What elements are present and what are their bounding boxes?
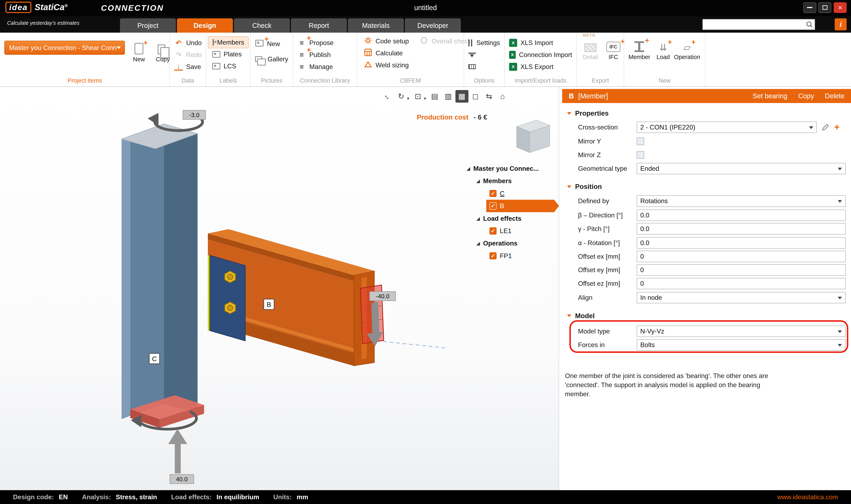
- offset-ey-input[interactable]: 0: [637, 264, 846, 276]
- cross-section-select[interactable]: 2 - CON1 (IPE220): [637, 122, 817, 133]
- gamma-pitch-input[interactable]: 0.0: [637, 223, 846, 234]
- section-model[interactable]: Model: [567, 311, 595, 321]
- weld-sizing-button[interactable]: Weld sizing: [359, 59, 413, 71]
- detail-export-button[interactable]: BETA Detail: [580, 34, 601, 77]
- checkbox-checked[interactable]: ✓: [489, 190, 496, 197]
- ruler-option-button[interactable]: [464, 61, 504, 73]
- connection-selector[interactable]: Master you Connection - Shear Conn: [4, 41, 125, 55]
- 3d-scene[interactable]: 40.0: [0, 87, 559, 490]
- tab-report[interactable]: Report: [291, 18, 347, 32]
- fin-plate[interactable]: [209, 255, 245, 341]
- search-icon[interactable]: [804, 21, 815, 28]
- tab-check[interactable]: Check: [234, 18, 290, 32]
- viewport-canvas[interactable]: 40.0: [0, 87, 559, 490]
- svg-text:C: C: [152, 355, 157, 362]
- calculate-button[interactable]: Calculate: [359, 47, 413, 59]
- zoom-fit-button[interactable]: ↔: [381, 90, 394, 103]
- plus-badge: +: [144, 39, 148, 46]
- xls-export-button[interactable]: XXLS Export: [505, 61, 577, 73]
- force-arrow-up[interactable]: [168, 429, 187, 473]
- tree-item-c[interactable]: ✓ C: [465, 187, 560, 200]
- beta-direction-input[interactable]: 0.0: [637, 210, 846, 221]
- minimize-button[interactable]: [803, 2, 816, 13]
- checkbox-checked[interactable]: ✓: [489, 202, 496, 209]
- website-link[interactable]: www.ideastatica.com: [777, 493, 838, 501]
- add-cross-section-icon[interactable]: +: [834, 123, 839, 132]
- manage-button[interactable]: ≡Manage: [293, 61, 357, 73]
- tree-group-load-effects[interactable]: ◢ Load effects: [465, 212, 560, 224]
- forces-in-select[interactable]: Bolts: [637, 339, 846, 350]
- info-button[interactable]: i: [835, 18, 847, 30]
- view-hidden-lines-button[interactable]: ▥: [442, 90, 455, 103]
- propose-button[interactable]: ≡+Propose: [293, 37, 357, 49]
- maximize-button[interactable]: [818, 2, 831, 13]
- alpha-rotation-input[interactable]: 0.0: [637, 237, 846, 249]
- offset-ez-input[interactable]: 0: [637, 278, 846, 289]
- tree-group-members[interactable]: ◢ Members: [465, 175, 560, 187]
- redo-button[interactable]: ↷Redo: [170, 49, 206, 61]
- new-load-button[interactable]: ⇊+ Load: [652, 34, 674, 77]
- nav-cube[interactable]: [517, 120, 550, 152]
- checkbox-checked[interactable]: ✓: [489, 252, 496, 259]
- connection-import-button[interactable]: XConnection Import: [505, 49, 577, 61]
- xls-import-button[interactable]: XXLS Import: [505, 37, 577, 49]
- mirror-z-checkbox[interactable]: [637, 151, 644, 159]
- plates-labels-toggle[interactable]: Plates: [208, 48, 249, 60]
- delete-member-button[interactable]: Delete: [825, 92, 845, 100]
- chevron-down-icon[interactable]: ▾: [407, 96, 410, 101]
- window-controls: ×: [803, 2, 847, 13]
- align-select[interactable]: In node: [637, 292, 846, 303]
- settings-button[interactable]: Settings: [464, 37, 504, 49]
- save-button[interactable]: ↓Save: [170, 61, 206, 73]
- chevron-down-icon[interactable]: ▾: [424, 96, 426, 101]
- rotate-view-button[interactable]: ↻: [395, 90, 408, 103]
- edit-cross-section-icon[interactable]: [822, 124, 829, 131]
- load-effects-value: In equilibrium: [217, 493, 259, 501]
- close-button[interactable]: ×: [834, 2, 847, 13]
- checkbox-checked[interactable]: ✓: [489, 227, 496, 234]
- code-setup-button[interactable]: Code setup: [359, 35, 413, 47]
- undo-button[interactable]: ↶Undo: [170, 37, 206, 49]
- gallery-button[interactable]: Gallery: [251, 53, 292, 65]
- offset-ex-input[interactable]: 0: [637, 251, 846, 262]
- section-plane-button[interactable]: ⊡: [412, 90, 424, 103]
- beta-direction-row: β – Direction [°] 0.0: [560, 208, 851, 222]
- view-transparent-button[interactable]: ◻: [469, 90, 482, 103]
- minimize-icon: [807, 7, 812, 8]
- model-type-select[interactable]: N-Vy-Vz: [637, 326, 846, 337]
- section-position[interactable]: Position: [567, 182, 602, 192]
- view-solid-button[interactable]: ▦: [455, 90, 468, 103]
- deformed-shape-button[interactable]: ⇆: [483, 90, 495, 103]
- new-member-button[interactable]: + Member: [629, 34, 650, 77]
- set-bearing-button[interactable]: Set bearing: [753, 92, 787, 100]
- section-properties[interactable]: Properties: [567, 109, 609, 118]
- tree-item-b-selected[interactable]: ✓ B: [486, 200, 559, 212]
- members-labels-toggle[interactable]: Members: [208, 36, 249, 48]
- new-project-item-button[interactable]: + New: [128, 36, 150, 62]
- tree-root[interactable]: ◢ Master you Connec...: [465, 162, 560, 175]
- mirror-y-checkbox[interactable]: [637, 138, 644, 145]
- defined-by-select[interactable]: Rotations: [637, 195, 846, 207]
- ifc-export-button[interactable]: IFC+ IFC: [603, 34, 624, 77]
- document-title: untitled: [0, 4, 851, 12]
- tree-item-le1[interactable]: ✓ LE1: [465, 224, 560, 237]
- tab-design[interactable]: Design: [177, 18, 233, 32]
- tab-materials[interactable]: Materials: [348, 18, 404, 32]
- publish-button[interactable]: ≡+Publish: [293, 49, 357, 61]
- column-member-c[interactable]: [122, 124, 198, 419]
- tree-group-operations[interactable]: ◢ Operations: [465, 237, 560, 250]
- search-input[interactable]: [703, 19, 804, 30]
- tree-item-fp1[interactable]: ✓ FP1: [465, 250, 560, 262]
- new-picture-button[interactable]: +New: [251, 38, 292, 50]
- view-wireframe-button[interactable]: ▤: [428, 90, 441, 103]
- tab-developer[interactable]: Developer: [405, 18, 461, 32]
- home-view-button[interactable]: ⌂: [496, 90, 509, 103]
- copy-member-button[interactable]: Copy: [798, 92, 814, 100]
- new-operation-button[interactable]: ▱+ Operation: [676, 34, 698, 77]
- import-icon: X: [509, 51, 516, 59]
- tab-project[interactable]: Project: [120, 18, 176, 32]
- lcs-toggle[interactable]: LCS: [208, 60, 249, 72]
- section-plane-icon: ⊡: [415, 92, 421, 101]
- scale-option-button[interactable]: [464, 49, 504, 61]
- geometrical-type-select[interactable]: Ended: [637, 163, 846, 174]
